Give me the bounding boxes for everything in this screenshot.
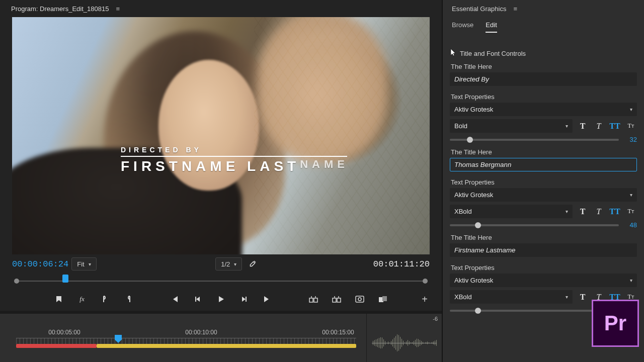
chevron-down-icon: ▾	[566, 123, 568, 129]
zoom-select[interactable]: Fit▾	[71, 257, 96, 270]
svg-rect-2	[333, 298, 336, 302]
panel-menu-icon[interactable]: ≡	[513, 5, 517, 13]
go-to-out-icon[interactable]	[262, 294, 272, 304]
italic-icon[interactable]: T	[593, 206, 605, 218]
text-control-block: The Title Here Text Properties Aktiv Gro…	[450, 63, 637, 143]
audio-meter: -6	[366, 314, 442, 362]
program-monitor-viewer[interactable]: DIRECTED BY FIRSTNAME LASTNAME	[12, 17, 430, 254]
field-label: The Title Here	[451, 63, 637, 70]
field-label: The Title Here	[451, 234, 637, 241]
extract-icon[interactable]	[332, 294, 342, 304]
panel-title: Essential Graphics	[452, 5, 506, 13]
go-to-in-icon[interactable]	[170, 294, 180, 304]
title-text-input[interactable]	[450, 72, 637, 86]
font-family-select[interactable]: Aktiv Grotesk▾	[450, 274, 637, 287]
resolution-select[interactable]: 1/2▾	[215, 257, 242, 270]
video-frame-placeholder	[12, 17, 430, 254]
chevron-down-icon: ▾	[630, 192, 632, 198]
panel-menu-icon[interactable]: ≡	[116, 5, 120, 13]
step-back-icon[interactable]	[193, 294, 203, 304]
chevron-down-icon: ▾	[566, 209, 568, 214]
bold-icon[interactable]: T	[577, 120, 589, 132]
italic-icon[interactable]: T	[593, 120, 605, 132]
timecode-total: 00:01:11:20	[373, 259, 430, 269]
smallcaps-icon[interactable]: TT	[625, 120, 637, 132]
overlay-subtitle: DIRECTED BY	[121, 146, 349, 154]
font-family-select[interactable]: Aktiv Grotesk▾	[450, 188, 637, 202]
font-style-buttons: T T TT TT	[577, 206, 637, 218]
svg-rect-3	[337, 298, 341, 302]
set-in-icon[interactable]	[100, 294, 110, 304]
font-size-value[interactable]: 48	[624, 221, 637, 229]
play-icon[interactable]	[216, 294, 226, 304]
timeline-panel[interactable]: 00:00:05:00 00:00:10:00 00:00:15:00 -6	[0, 314, 442, 362]
mark-in-icon[interactable]	[54, 294, 64, 304]
chevron-down-icon: ▾	[566, 294, 568, 300]
lift-icon[interactable]	[308, 294, 318, 304]
title-text-input[interactable]	[450, 243, 637, 257]
font-weight-select[interactable]: XBold▾	[450, 205, 573, 218]
svg-rect-7	[382, 296, 387, 301]
font-size-value[interactable]: 32	[624, 136, 637, 143]
fx-icon[interactable]: fx	[77, 294, 87, 304]
text-properties-label: Text Properties	[451, 93, 637, 101]
comparison-view-icon[interactable]	[378, 294, 388, 304]
timeline-clip[interactable]	[16, 344, 97, 348]
program-monitor-header: Program: Dreamers_Edit_180815 ≡	[0, 0, 442, 17]
svg-point-5	[358, 298, 361, 301]
tab-edit[interactable]: Edit	[486, 21, 497, 33]
tab-browse[interactable]: Browse	[452, 21, 473, 33]
allcaps-icon[interactable]: TT	[609, 206, 621, 218]
transport-controls: fx +	[0, 288, 442, 311]
font-size-slider[interactable]	[450, 139, 619, 141]
smallcaps-icon[interactable]: TT	[625, 206, 637, 218]
text-properties-label: Text Properties	[451, 264, 637, 272]
text-properties-label: Text Properties	[451, 178, 637, 186]
group-title-font-controls[interactable]: Title and Font Controls	[450, 49, 637, 58]
chevron-down-icon: ▾	[234, 261, 236, 267]
font-weight-select[interactable]: Bold▾	[450, 119, 573, 133]
export-frame-icon[interactable]	[355, 294, 365, 304]
font-weight-select[interactable]: XBold▾	[450, 290, 573, 304]
monitor-playhead[interactable]	[62, 275, 68, 283]
chevron-down-icon: ▾	[630, 278, 632, 283]
essential-graphics-header: Essential Graphics ≡	[443, 0, 644, 17]
bold-icon[interactable]: T	[577, 291, 589, 303]
timecode-current[interactable]: 00:00:06:24	[12, 259, 68, 269]
text-control-block: The Title Here Text Properties Aktiv Gro…	[450, 148, 637, 229]
cursor-icon	[450, 48, 457, 57]
font-size-slider[interactable]	[450, 224, 619, 226]
graphic-title-overlay[interactable]: DIRECTED BY FIRSTNAME LASTNAME	[121, 146, 349, 174]
svg-rect-0	[309, 298, 313, 302]
overlay-main-title: FIRSTNAME LASTNAME	[121, 158, 349, 174]
bold-icon[interactable]: T	[577, 206, 589, 218]
svg-rect-1	[314, 298, 317, 302]
font-style-buttons: T T TT TT	[577, 120, 637, 132]
timeline-ruler-labels: 00:00:05:00 00:00:10:00 00:00:15:00	[0, 329, 366, 337]
panel-tabs: Browse Edit	[443, 17, 644, 38]
transport-bar: 00:00:06:24 Fit▾ 1/2▾ 00:01:11:20	[0, 254, 442, 274]
allcaps-icon[interactable]: TT	[609, 120, 621, 132]
settings-wrench-icon[interactable]	[248, 259, 257, 268]
title-text-input[interactable]	[450, 158, 637, 171]
step-fwd-icon[interactable]	[239, 294, 249, 304]
chevron-down-icon: ▾	[630, 107, 632, 112]
add-button-icon[interactable]: +	[422, 294, 428, 305]
premiere-logo: Pr	[592, 300, 639, 347]
set-out-icon[interactable]	[123, 294, 133, 304]
timeline-clip[interactable]	[97, 344, 356, 348]
monitor-scrub-ruler[interactable]	[12, 275, 430, 288]
svg-rect-4	[356, 296, 364, 302]
field-label: The Title Here	[451, 148, 637, 156]
program-label: Program: Dreamers_Edit_180815	[11, 5, 109, 13]
chevron-down-icon: ▾	[89, 261, 91, 267]
font-family-select[interactable]: Aktiv Grotesk▾	[450, 103, 637, 116]
